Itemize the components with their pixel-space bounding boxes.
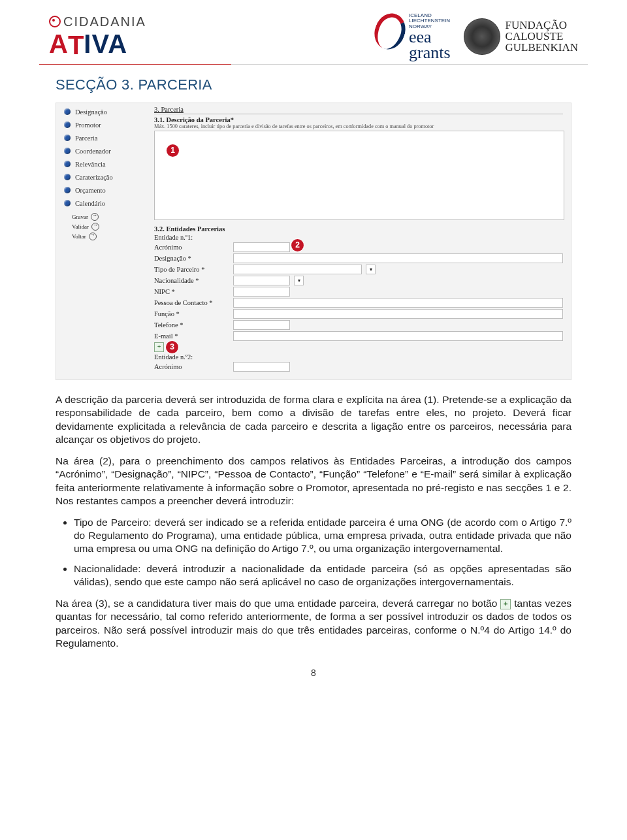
label-nipc: NIPC * (154, 288, 229, 295)
logo-right-group: ICELAND LIECHTENSTEIN NORWAY eea grants … (375, 13, 578, 60)
section-3-header: 3. Parceria (154, 106, 563, 114)
action-validar[interactable]: Validar (72, 223, 142, 231)
arrow-icon (91, 213, 99, 221)
input-telefone[interactable] (233, 320, 290, 330)
arrow-icon (91, 223, 99, 231)
input-designacao[interactable] (233, 253, 563, 263)
label-tipo-parceiro: Tipo de Parceiro * (154, 266, 229, 273)
label-designacao: Designação * (154, 255, 229, 262)
brand-top-text: CIDADANIA (63, 14, 146, 29)
chevron-down-icon[interactable]: ▾ (366, 265, 376, 274)
sidebar-item-coordenador[interactable]: Coordenador (64, 148, 142, 155)
label-funcao: Função * (154, 310, 229, 317)
logo-cidadania-ativa: CIDADANIA ATIVA (49, 14, 146, 59)
label-telefone: Telefone * (154, 321, 229, 329)
plus-icon: + (500, 599, 511, 609)
label-pessoa-contacto: Pessoa de Contacto * (154, 299, 229, 306)
callout-marker-2: 2 (291, 239, 304, 251)
paragraph-3: Na área (3), se a candidatura tiver mais… (56, 597, 571, 651)
callout-marker-3: 3 (166, 341, 178, 353)
section-31-header: 3.1. Descrição da Parceria* (154, 116, 563, 123)
descricao-parceria-textarea[interactable]: 1 (154, 131, 564, 220)
label-entidade2: Entidade n.º2: (154, 353, 229, 361)
seal-icon (464, 18, 500, 55)
input-funcao[interactable] (233, 309, 563, 319)
bullet-icon (64, 108, 71, 115)
sidebar-item-relevancia[interactable]: Relevância (64, 161, 142, 168)
paragraph-1: A descrição da parceria deverá ser intro… (56, 393, 571, 447)
sidebar-item-caraterizacao[interactable]: Caraterização (64, 174, 142, 181)
input-acronimo-2[interactable] (233, 362, 290, 372)
select-tipo-parceiro[interactable] (233, 265, 362, 274)
bullet-icon (64, 135, 71, 141)
label-entidade1: Entidade n.º1: (154, 234, 229, 241)
label-nacionalidade: Nacionalidade * (154, 277, 229, 284)
logo-eea-grants: ICELAND LIECHTENSTEIN NORWAY eea grants (375, 13, 451, 60)
section-32-header: 3.2. Entidades Parcerias (154, 225, 563, 233)
section-title: SECÇÃO 3. PARCERIA (56, 76, 571, 93)
bullet-icon (64, 174, 71, 180)
sidebar-item-parceria[interactable]: Parceria (64, 135, 142, 142)
logo-gulbenkian: FUNDAÇÃO CALOUSTE GULBENKIAN (464, 18, 578, 55)
sidebar-item-promotor[interactable]: Promotor (64, 121, 142, 129)
input-nipc[interactable] (233, 287, 290, 297)
bullet-icon (64, 121, 71, 128)
section-31-hint: Máx. 1500 carateres, incluir tipo de par… (154, 123, 563, 129)
bullet-icon (64, 148, 71, 154)
bullet-tipo-parceiro: Tipo de Parceiro: deverá ser indicado se… (74, 516, 571, 556)
sidebar-item-calendario[interactable]: Calendário (64, 200, 142, 207)
bullet-nacionalidade: Nacionalidade: deverá introduzir a nacio… (74, 562, 571, 589)
sidebar-item-orcamento[interactable]: Orçamento (64, 187, 142, 194)
bullet-icon (64, 200, 71, 206)
arrow-icon (89, 233, 97, 240)
embedded-form-screenshot: Designação Promotor Parceria Coordenador… (56, 103, 571, 380)
body-text: A descrição da parceria deverá ser intro… (56, 393, 571, 651)
input-pessoa-contacto[interactable] (233, 298, 563, 308)
paragraph-2: Na área (2), para o preenchimento dos ca… (56, 455, 571, 508)
label-acronimo-2: Acrónimo (154, 363, 229, 370)
label-acronimo: Acrónimo (154, 244, 229, 251)
select-nacionalidade[interactable] (233, 276, 290, 285)
input-email[interactable] (233, 331, 563, 341)
input-acronimo[interactable] (233, 242, 290, 252)
header-divider (39, 64, 588, 65)
callout-marker-1: 1 (167, 144, 179, 157)
bullet-icon (64, 161, 71, 167)
page-number: 8 (56, 668, 571, 678)
sidebar-nav: Designação Promotor Parceria Coordenador… (59, 106, 144, 373)
add-entity-button[interactable]: + (154, 342, 164, 352)
chevron-down-icon[interactable]: ▾ (294, 276, 304, 285)
action-gravar[interactable]: Gravar (72, 213, 142, 221)
label-email: E-mail * (154, 332, 229, 340)
bullet-icon (64, 187, 71, 193)
page-header: CIDADANIA ATIVA ICELAND LIECHTENSTEIN NO… (0, 0, 627, 64)
action-voltar[interactable]: Voltar (72, 233, 142, 240)
sidebar-item-designacao[interactable]: Designação (64, 108, 142, 116)
